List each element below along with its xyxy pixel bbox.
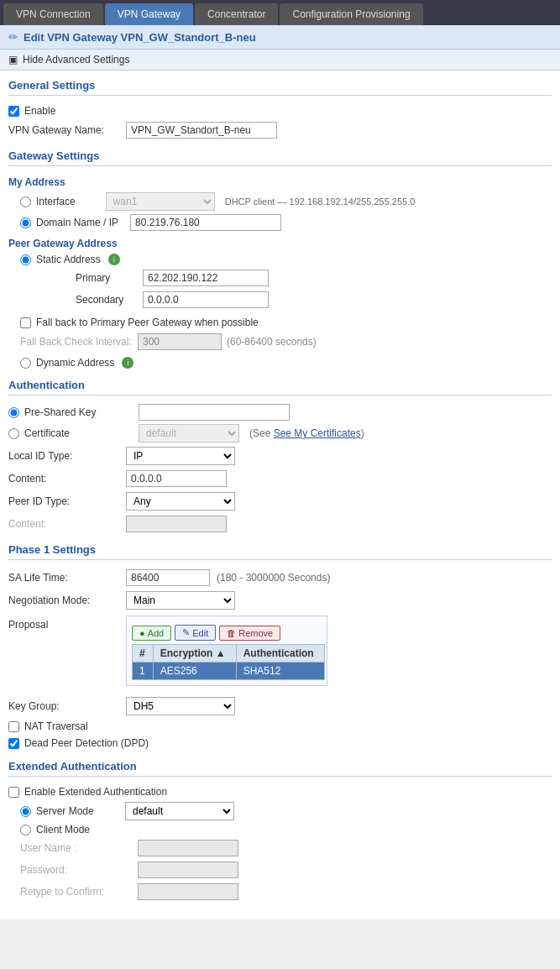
domain-name-radio[interactable] bbox=[20, 217, 31, 228]
domain-name-input[interactable] bbox=[130, 214, 281, 231]
retype-input[interactable] bbox=[138, 883, 238, 900]
sa-life-time-input[interactable] bbox=[126, 569, 210, 586]
edit-icon: ✏ bbox=[8, 30, 18, 44]
primary-secondary-block: Primary Secondary bbox=[76, 267, 552, 311]
negotiation-mode-select[interactable]: Main Aggressive bbox=[126, 591, 235, 610]
dynamic-address-radio-row: Dynamic Address i bbox=[20, 355, 552, 370]
my-certificates-link[interactable]: See My Certificates bbox=[274, 427, 361, 439]
key-group-label: Key Group: bbox=[8, 700, 126, 712]
password-row: Password: bbox=[20, 859, 552, 881]
add-icon: ● bbox=[139, 628, 145, 638]
hide-settings-icon: ▣ bbox=[8, 54, 18, 65]
main-content: General Settings Enable VPN Gateway Name… bbox=[0, 71, 560, 919]
page-title: Edit VPN Gateway VPN_GW_Standort_B-neu bbox=[24, 31, 256, 44]
local-content-label: Content: bbox=[8, 473, 126, 484]
remove-proposal-button[interactable]: 🗑 Remove bbox=[219, 626, 280, 641]
pre-shared-key-label: Pre-Shared Key bbox=[24, 406, 133, 418]
pre-shared-key-input[interactable] bbox=[139, 404, 290, 421]
dead-peer-row: Dead Peer Detection (DPD) bbox=[8, 735, 552, 752]
fallback-interval-input[interactable] bbox=[138, 333, 222, 350]
fallback-row: Fall back to Primary Peer Gateway when p… bbox=[20, 314, 552, 331]
interface-info: DHCP client — 192.168.192.14/255.255.255… bbox=[225, 196, 416, 207]
enable-label: Enable bbox=[24, 105, 55, 117]
row-authentication: SHA512 bbox=[236, 663, 324, 680]
advanced-toggle[interactable]: ▣ Hide Advanced Settings bbox=[0, 50, 560, 71]
domain-name-label: Domain Name / IP bbox=[36, 217, 118, 228]
table-row[interactable]: 1 AES256 SHA512 bbox=[133, 663, 325, 680]
certificate-select[interactable]: default bbox=[139, 424, 239, 443]
key-group-select[interactable]: DH5 DH14 DH1 DH2 bbox=[126, 697, 235, 715]
static-address-label: Static Address bbox=[36, 254, 101, 265]
static-address-radio-row: Static Address i bbox=[20, 252, 552, 267]
dynamic-address-info-icon[interactable]: i bbox=[122, 357, 133, 369]
col-num: # bbox=[133, 645, 154, 663]
edit-label: Edit bbox=[192, 628, 208, 638]
proposal-wrapper: ● Add ✎ Edit 🗑 Remove # Encryption ▲ bbox=[126, 615, 327, 686]
enable-extended-auth-checkbox[interactable] bbox=[8, 787, 19, 798]
fallback-checkbox[interactable] bbox=[20, 317, 31, 328]
peer-content-input[interactable] bbox=[126, 516, 227, 532]
enable-row: Enable bbox=[8, 102, 552, 119]
tab-vpn-connection[interactable]: VPN Connection bbox=[3, 3, 103, 25]
peer-id-type-select[interactable]: Any IP FQDN User FQDN ASN1DN bbox=[126, 492, 235, 511]
tab-concentrator[interactable]: Concentrator bbox=[195, 3, 278, 25]
remove-label: Remove bbox=[238, 628, 273, 638]
pre-shared-key-radio[interactable] bbox=[8, 407, 19, 418]
server-mode-row: Server Mode default bbox=[20, 800, 552, 822]
server-mode-radio[interactable] bbox=[20, 806, 31, 817]
username-input[interactable] bbox=[138, 840, 238, 856]
password-input[interactable] bbox=[138, 862, 238, 878]
fallback-label: Fall back to Primary Peer Gateway when p… bbox=[36, 317, 259, 328]
client-mode-row: Client Mode bbox=[20, 822, 552, 837]
authentication-header: Authentication bbox=[8, 370, 552, 395]
username-row: User Name : bbox=[20, 837, 552, 859]
dead-peer-checkbox[interactable] bbox=[8, 738, 19, 749]
edit-icon: ✎ bbox=[182, 627, 190, 638]
proposal-label: Proposal bbox=[8, 615, 126, 631]
enable-extended-auth-row: Enable Extended Authentication bbox=[8, 783, 552, 800]
certificate-radio[interactable] bbox=[8, 428, 19, 439]
client-mode-radio[interactable] bbox=[20, 825, 31, 835]
primary-input[interactable] bbox=[143, 270, 269, 286]
primary-row: Primary bbox=[76, 267, 552, 289]
certificate-label: Certificate bbox=[24, 427, 133, 439]
vpn-gateway-name-label: VPN Gateway Name: bbox=[8, 124, 126, 136]
enable-extended-auth-label: Enable Extended Authentication bbox=[24, 786, 167, 798]
peer-id-type-row: Peer ID Type: Any IP FQDN User FQDN ASN1… bbox=[8, 490, 552, 513]
pre-shared-key-row: Pre-Shared Key bbox=[8, 402, 552, 422]
fallback-interval-label: Fall Back Check Interval: bbox=[20, 336, 138, 348]
peer-content-row: Content: bbox=[8, 513, 552, 535]
static-address-info-icon[interactable]: i bbox=[108, 254, 120, 265]
secondary-row: Secondary bbox=[76, 289, 552, 311]
gateway-settings-header: Gateway Settings bbox=[8, 141, 552, 166]
extended-auth-header: Extended Authentication bbox=[8, 752, 552, 777]
server-mode-select[interactable]: default bbox=[125, 802, 234, 820]
dead-peer-label: Dead Peer Detection (DPD) bbox=[24, 737, 149, 749]
local-id-type-select[interactable]: IP FQDN User FQDN ASN1DN bbox=[126, 447, 235, 465]
interface-select[interactable]: wan1 bbox=[106, 192, 215, 211]
advanced-toggle-label: Hide Advanced Settings bbox=[23, 54, 129, 65]
negotiation-mode-label: Negotiation Mode: bbox=[8, 594, 126, 606]
edit-proposal-button[interactable]: ✎ Edit bbox=[175, 625, 216, 641]
enable-checkbox[interactable] bbox=[8, 106, 19, 117]
negotiation-mode-row: Negotiation Mode: Main Aggressive bbox=[8, 589, 552, 612]
static-address-radio[interactable] bbox=[20, 254, 31, 265]
local-content-input[interactable] bbox=[126, 470, 227, 487]
nat-traversal-label: NAT Traversal bbox=[24, 720, 88, 732]
tab-configuration-provisioning[interactable]: Configuration Provisioning bbox=[280, 3, 422, 25]
interface-radio[interactable] bbox=[20, 196, 31, 207]
add-label: Add bbox=[148, 628, 165, 638]
secondary-input[interactable] bbox=[143, 291, 269, 308]
phase1-settings-header: Phase 1 Settings bbox=[8, 535, 552, 560]
dynamic-address-radio[interactable] bbox=[20, 358, 31, 369]
see-my-certificates-link[interactable]: (See See My Certificates) bbox=[249, 427, 364, 439]
proposal-toolbar: ● Add ✎ Edit 🗑 Remove bbox=[132, 621, 322, 644]
nat-traversal-checkbox[interactable] bbox=[8, 721, 19, 732]
nat-traversal-row: NAT Traversal bbox=[8, 718, 552, 735]
vpn-gateway-name-row: VPN Gateway Name: bbox=[8, 119, 552, 141]
add-proposal-button[interactable]: ● Add bbox=[132, 626, 171, 641]
username-label: User Name : bbox=[20, 842, 138, 854]
dynamic-address-label: Dynamic Address bbox=[36, 357, 114, 369]
vpn-gateway-name-input[interactable] bbox=[126, 122, 277, 139]
tab-vpn-gateway[interactable]: VPN Gateway bbox=[105, 3, 193, 25]
